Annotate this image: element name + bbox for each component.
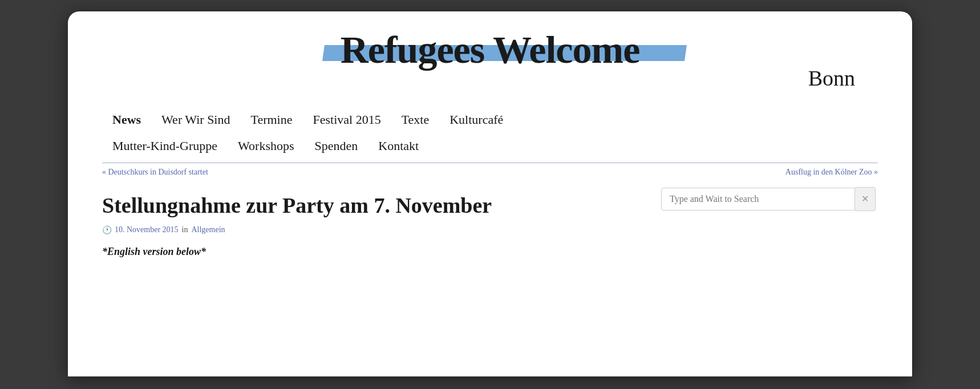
breadcrumb-bar: « Deutschkurs in Duisdorf startet Ausflu… <box>68 163 912 181</box>
post-meta-in: in <box>182 225 188 234</box>
post-title: Stellungnahme zur Party am 7. November <box>102 193 638 219</box>
nav-item-kulturcafe[interactable]: Kulturcafé <box>439 108 513 132</box>
site-subtitle: Bonn <box>91 66 855 91</box>
nav-item-workshops[interactable]: Workshops <box>228 134 304 158</box>
breadcrumb-prev[interactable]: « Deutschkurs in Duisdorf startet <box>102 168 208 177</box>
search-box-wrapper: ✕ <box>661 187 878 211</box>
post-category[interactable]: Allgemein <box>191 225 225 234</box>
nav-item-kontakt[interactable]: Kontakt <box>368 134 429 158</box>
browser-window: Refugees Welcome Bonn News Wer Wir Sind … <box>68 11 912 376</box>
post-teaser: *English version below* <box>102 246 638 258</box>
nav-item-termine[interactable]: Termine <box>240 108 302 132</box>
nav-row-2: Mutter-Kind-Gruppe Workshops Spenden Kon… <box>102 134 878 158</box>
search-input[interactable] <box>661 188 855 210</box>
search-clear-button[interactable]: ✕ <box>855 187 876 211</box>
nav-item-festival-2015[interactable]: Festival 2015 <box>302 108 391 132</box>
breadcrumb-next[interactable]: Ausflug in den Kölner Zoo » <box>785 168 878 177</box>
nav-item-spenden[interactable]: Spenden <box>305 134 368 158</box>
post-date-link[interactable]: 10. November 2015 <box>115 225 179 234</box>
content-area: Stellungnahme zur Party am 7. November 🕐… <box>68 181 912 264</box>
nav-item-texte[interactable]: Texte <box>391 108 440 132</box>
sidebar: ✕ <box>661 187 878 258</box>
nav-item-wer-wir-sind[interactable]: Wer Wir Sind <box>151 108 240 132</box>
site-title: Refugees Welcome <box>341 29 640 71</box>
site-title-wrapper: Refugees Welcome <box>341 29 640 71</box>
nav-item-news[interactable]: News <box>102 108 151 132</box>
nav-row-1: News Wer Wir Sind Termine Festival 2015 … <box>102 108 878 132</box>
post-meta: 🕐 10. November 2015 in Allgemein <box>102 225 638 234</box>
main-content: Stellungnahme zur Party am 7. November 🕐… <box>102 187 638 258</box>
main-navigation: News Wer Wir Sind Termine Festival 2015 … <box>68 96 912 158</box>
nav-item-mutter-kind-gruppe[interactable]: Mutter-Kind-Gruppe <box>102 134 228 158</box>
clock-icon: 🕐 <box>102 225 111 234</box>
site-header: Refugees Welcome Bonn <box>68 11 912 96</box>
